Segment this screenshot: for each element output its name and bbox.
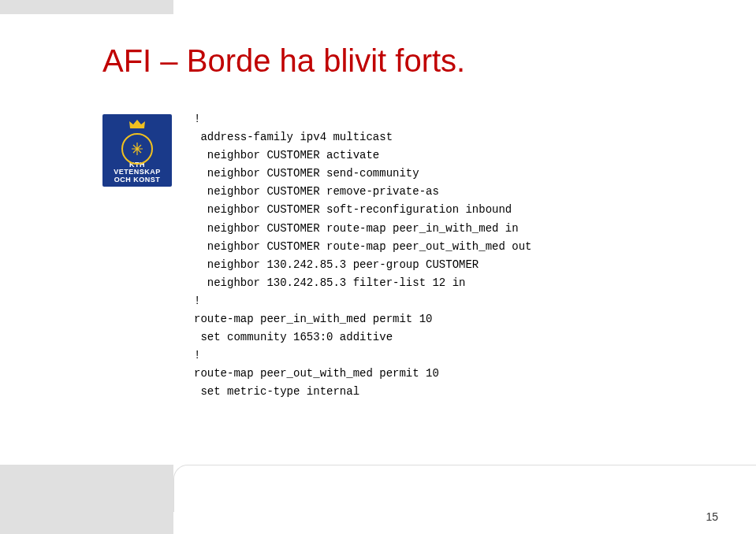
top-left-bar: [0, 0, 173, 14]
config-code-block: ! address-family ipv4 multicast neighbor…: [194, 110, 531, 402]
page-number: 15: [706, 510, 718, 523]
footer-panel: [173, 465, 756, 512]
footer-left-fill: [0, 465, 173, 534]
kth-logo-bg: KTH VETENSKAP OCH KONST: [102, 114, 172, 187]
page-title: AFI – Borde ha blivit forts.: [102, 43, 465, 79]
kth-logo: KTH VETENSKAP OCH KONST: [102, 114, 172, 187]
kth-text-3: OCH KONST: [114, 176, 161, 184]
crown-icon: [128, 119, 146, 130]
wreath-icon: [121, 133, 153, 165]
slide: AFI – Borde ha blivit forts. KTH VETENSK…: [0, 0, 756, 534]
